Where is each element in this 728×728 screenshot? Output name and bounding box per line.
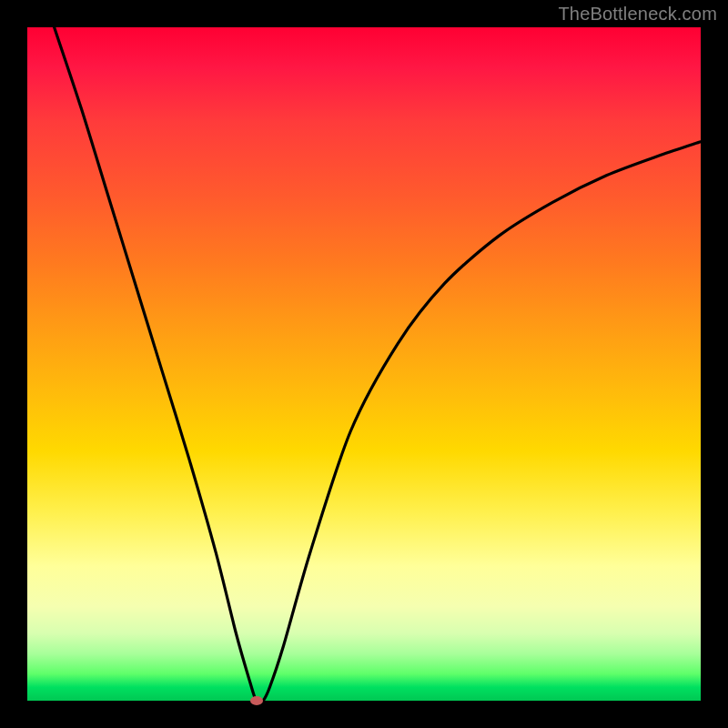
watermark-text: TheBottleneck.com (558, 4, 717, 25)
plot-area (27, 27, 701, 701)
curve-svg (27, 27, 701, 701)
chart-container: TheBottleneck.com (0, 0, 728, 728)
bottleneck-curve (55, 27, 701, 703)
optimal-point-marker (250, 696, 263, 705)
